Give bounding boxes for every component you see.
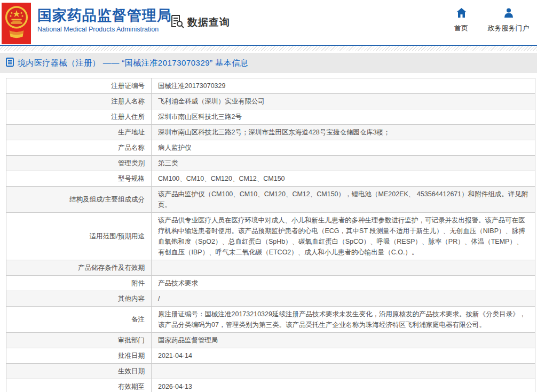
page: 国家药品监督管理局 National Medical Products Admi… <box>0 0 537 392</box>
table-row: 批准日期2021-04-14 <box>6 348 535 364</box>
table-row: 其他内容/ <box>6 291 535 307</box>
registration-info-table: 注册证编号国械注准20173070329注册人名称飞利浦金科威（深圳）实业有限公… <box>6 78 535 392</box>
field-value: 病人监护仪 <box>152 140 535 156</box>
nav-home-label: 首页 <box>454 23 468 33</box>
field-value: 国械注准20173070329 <box>152 78 535 94</box>
field-label: 审批部门 <box>6 333 152 348</box>
table-row: 备注原注册证编号：国械注准20173210329延续注册产品技术要求未发生变化，… <box>6 307 535 333</box>
data-query-label: 数据查询 <box>187 15 230 29</box>
nav-home[interactable]: 首页 <box>446 8 476 33</box>
data-query-tab[interactable]: 数据查询 <box>170 14 230 31</box>
table-row: 审批部门国家药品监督管理局 <box>6 333 535 348</box>
field-label: 产品名称 <box>6 140 152 156</box>
breadcrumb-text: 境内医疗器械（注册） —— “国械注准20173070329” 基本信息 <box>18 58 248 68</box>
field-label: 注册证编号 <box>6 78 152 94</box>
field-value: 该产品供专业医疗人员在医疗环境中对成人、小儿和新生儿患者的多种生理参数进行监护，… <box>152 213 535 260</box>
doc-magnifier-icon <box>170 14 185 31</box>
field-label: 产品储存条件及有效期 <box>6 260 152 276</box>
table-row: 生产地址深圳市南山区科技北三路2号；深圳市盐田区东海道428号宝捷仓储园仓库3楼… <box>6 125 535 140</box>
field-label: 备注 <box>6 307 152 333</box>
nav-portal[interactable]: 政务服务门户 <box>483 8 534 33</box>
field-label: 批准日期 <box>6 348 152 364</box>
table-row: 型号规格CM100、CM10、CM120、CM12、CM150 <box>6 171 535 187</box>
field-value: 国家药品监督管理局 <box>152 333 535 348</box>
field-label: 生产地址 <box>6 125 152 140</box>
org-title-block: 国家药品监督管理局 National Medical Products Admi… <box>37 7 172 33</box>
field-value: 第三类 <box>152 156 535 171</box>
document-icon <box>6 58 14 69</box>
field-label: 注册人住所 <box>6 109 152 125</box>
field-label: 注册人名称 <box>6 94 152 109</box>
home-icon <box>456 8 467 20</box>
table-row: 产品储存条件及有效期 <box>6 260 535 276</box>
table-row: 结构及组成/主要组成成分该产品由监护仪（CM100、CM10、CM120、CM1… <box>6 187 535 213</box>
field-label: 其他内容 <box>6 291 152 307</box>
field-value: CM100、CM10、CM120、CM12、CM150 <box>152 171 535 187</box>
table-row: 注册人住所深圳市南山区科技北三路2号 <box>6 109 535 125</box>
table-row: 附件产品技术要求 <box>6 276 535 291</box>
field-value: 原注册证编号：国械注准20173210329延续注册产品技术要求未发生变化，沿用… <box>152 307 535 333</box>
table-row: 注册人名称飞利浦金科威（深圳）实业有限公司 <box>6 94 535 109</box>
field-value: 深圳市南山区科技北三路2号；深圳市盐田区东海道428号宝捷仓储园仓库3楼； <box>152 125 535 140</box>
nav-portal-label: 政务服务门户 <box>488 23 530 33</box>
field-label: 适用范围/预期用途 <box>6 213 152 260</box>
field-label: 结构及组成/主要组成成分 <box>6 187 152 213</box>
field-value <box>152 260 535 276</box>
table-row: 注册证编号国械注准20173070329 <box>6 78 535 94</box>
field-label: 附件 <box>6 276 152 291</box>
field-value: 2021-04-14 <box>152 348 535 364</box>
field-value: 飞利浦金科威（深圳）实业有限公司 <box>152 94 535 109</box>
field-label: 型号规格 <box>6 171 152 187</box>
org-name-en: National Medical Products Administration <box>37 26 172 33</box>
org-name-cn: 国家药品监督管理局 <box>37 7 172 24</box>
site-header: 国家药品监督管理局 National Medical Products Admi… <box>0 0 537 45</box>
user-icon <box>504 8 514 20</box>
field-label: 有效期至 <box>6 379 152 392</box>
table-row: 产品名称病人监护仪 <box>6 140 535 156</box>
table-row: 生效日期 <box>6 364 535 379</box>
field-label: 生效日期 <box>6 364 152 379</box>
field-value <box>152 364 535 379</box>
nmpa-logo[interactable] <box>2 3 31 44</box>
table-row: 管理类别第三类 <box>6 156 535 171</box>
field-label: 管理类别 <box>6 156 152 171</box>
breadcrumb: 境内医疗器械（注册） —— “国械注准20173070329” 基本信息 <box>0 53 537 73</box>
field-value: 产品技术要求 <box>152 276 535 291</box>
field-value: 该产品由监护仪（CM100、CM10、CM120、CM12、CM150），锂电池… <box>152 187 535 213</box>
stripe-band <box>0 46 537 51</box>
field-value: 深圳市南山区科技北三路2号 <box>152 109 535 125</box>
field-value: / <box>152 291 535 307</box>
table-row: 适用范围/预期用途该产品供专业医疗人员在医疗环境中对成人、小儿和新生儿患者的多种… <box>6 213 535 260</box>
field-value: 2026-04-13 <box>152 379 535 392</box>
national-emblem-icon <box>4 4 29 43</box>
table-row: 有效期至2026-04-13 <box>6 379 535 392</box>
